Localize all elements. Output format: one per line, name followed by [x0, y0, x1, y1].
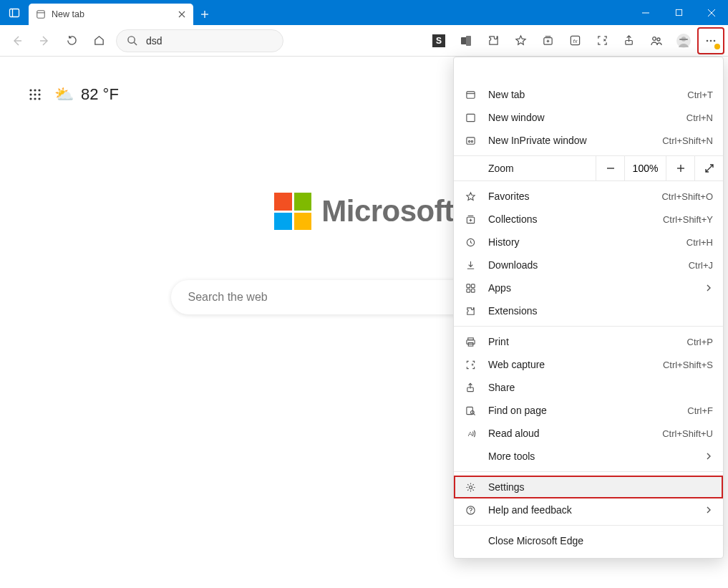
tab-title: New tab	[52, 9, 170, 19]
find-icon	[464, 405, 477, 416]
svg-text:fx: fx	[573, 38, 577, 44]
menu-history[interactable]: History Ctrl+H	[454, 231, 723, 254]
svg-rect-0	[10, 9, 19, 16]
zoom-in-button[interactable]	[666, 155, 694, 181]
menu-web-capture[interactable]: Web capture Ctrl+Shift+S	[454, 353, 723, 376]
menu-print[interactable]: Print Ctrl+P	[454, 330, 723, 353]
chevron-right-icon	[704, 452, 713, 461]
svg-rect-9	[676, 9, 681, 15]
favorites-icon[interactable]	[508, 28, 533, 54]
downloads-icon	[464, 260, 477, 271]
menu-help[interactable]: Help and feedback	[454, 498, 723, 521]
window-close-button[interactable]	[695, 0, 728, 25]
menu-apps[interactable]: Apps	[454, 276, 723, 299]
menu-extensions[interactable]: Extensions	[454, 299, 723, 322]
svg-rect-42	[466, 91, 474, 97]
svg-point-47	[471, 140, 472, 142]
svg-point-68	[469, 486, 472, 488]
fullscreen-button[interactable]	[694, 155, 723, 181]
svg-point-30	[707, 39, 709, 42]
history-icon	[464, 237, 477, 248]
tab-close-button[interactable]	[176, 9, 188, 20]
weather-unit: °F	[103, 85, 119, 103]
menu-find[interactable]: Find on page Ctrl+F	[454, 399, 723, 422]
menu-new-window[interactable]: New window Ctrl+N	[454, 106, 723, 129]
svg-rect-61	[466, 339, 474, 344]
print-icon	[464, 337, 477, 347]
refresh-button[interactable]	[59, 28, 84, 54]
menu-favorites[interactable]: Favorites Ctrl+Shift+O	[454, 185, 723, 208]
back-button[interactable]	[4, 28, 30, 54]
weather-icon: ⛅	[54, 85, 74, 104]
svg-point-36	[29, 93, 31, 95]
profile-icon[interactable]	[671, 28, 697, 54]
svg-line-15	[134, 42, 137, 45]
svg-rect-57	[471, 284, 475, 287]
gear-icon	[464, 482, 477, 493]
svg-point-35	[38, 89, 40, 91]
zoom-value: 100%	[624, 155, 666, 181]
svg-rect-58	[466, 289, 470, 292]
svg-rect-2	[37, 11, 45, 19]
svg-point-25	[653, 37, 656, 40]
read-aloud-icon: A	[464, 428, 477, 439]
svg-point-40	[34, 97, 36, 100]
web-capture-menu-icon	[464, 360, 477, 370]
svg-point-70	[470, 512, 470, 513]
new-tab-button[interactable]	[193, 4, 216, 25]
star-icon	[464, 191, 477, 202]
svg-rect-56	[466, 284, 470, 287]
menu-close-edge[interactable]: Close Microsoft Edge	[454, 529, 723, 552]
menu-share[interactable]: Share	[454, 376, 723, 399]
menu-settings[interactable]: Settings	[454, 476, 723, 498]
svg-point-39	[29, 97, 31, 100]
tab-actions-button[interactable]	[0, 0, 29, 25]
svg-rect-59	[471, 289, 475, 292]
share-icon[interactable]	[616, 28, 642, 54]
new-window-icon	[464, 112, 477, 123]
weather-widget[interactable]: ⛅ 82 °F	[54, 85, 119, 104]
svg-point-41	[38, 97, 40, 100]
browser-tab[interactable]: New tab	[29, 4, 193, 25]
menu-more-tools[interactable]: More tools	[454, 445, 723, 468]
new-tab-icon	[464, 90, 477, 100]
collections-menu-icon	[464, 214, 477, 225]
title-bar: New tab	[0, 0, 728, 25]
window-maximize-button[interactable]	[662, 0, 695, 25]
home-button[interactable]	[86, 28, 112, 54]
svg-point-26	[657, 38, 660, 41]
people-icon[interactable]	[644, 28, 669, 54]
svg-rect-45	[466, 137, 474, 143]
tab-page-icon	[36, 9, 46, 19]
collections-icon[interactable]	[535, 28, 560, 54]
page-settings-icon[interactable]	[29, 88, 42, 101]
menu-collections[interactable]: Collections Ctrl+Shift+Y	[454, 208, 723, 231]
zoom-out-button[interactable]	[596, 155, 624, 181]
menu-new-tab[interactable]: New tab Ctrl+T	[454, 83, 723, 106]
menu-new-inprivate[interactable]: New InPrivate window Ctrl+Shift+N	[454, 129, 723, 152]
web-capture-icon[interactable]	[589, 28, 615, 54]
extension-s-icon[interactable]: S	[426, 28, 452, 54]
menu-read-aloud[interactable]: A Read aloud Ctrl+Shift+U	[454, 422, 723, 445]
chevron-right-icon	[704, 284, 713, 292]
svg-point-31	[710, 39, 712, 42]
microsoft-logo-icon	[274, 193, 311, 230]
svg-rect-44	[466, 114, 474, 121]
svg-point-14	[128, 37, 135, 43]
inprivate-icon	[464, 135, 477, 146]
app-menu: New tab Ctrl+T New window Ctrl+N New InP…	[453, 57, 724, 559]
menu-downloads[interactable]: Downloads Ctrl+J	[454, 254, 723, 276]
extensions-icon[interactable]	[480, 28, 506, 54]
microsoft-logo-text: Microsoft	[321, 194, 454, 228]
address-bar[interactable]	[116, 29, 283, 52]
math-icon[interactable]: fx	[562, 28, 588, 54]
share-menu-icon	[464, 382, 477, 393]
help-icon	[464, 505, 477, 516]
forward-button[interactable]	[31, 28, 57, 54]
svg-line-66	[473, 413, 475, 415]
window-minimize-button[interactable]	[629, 0, 662, 25]
address-input[interactable]	[145, 34, 273, 47]
apps-icon	[464, 283, 477, 294]
settings-menu-button[interactable]	[698, 28, 724, 54]
office-icon[interactable]	[453, 28, 479, 54]
